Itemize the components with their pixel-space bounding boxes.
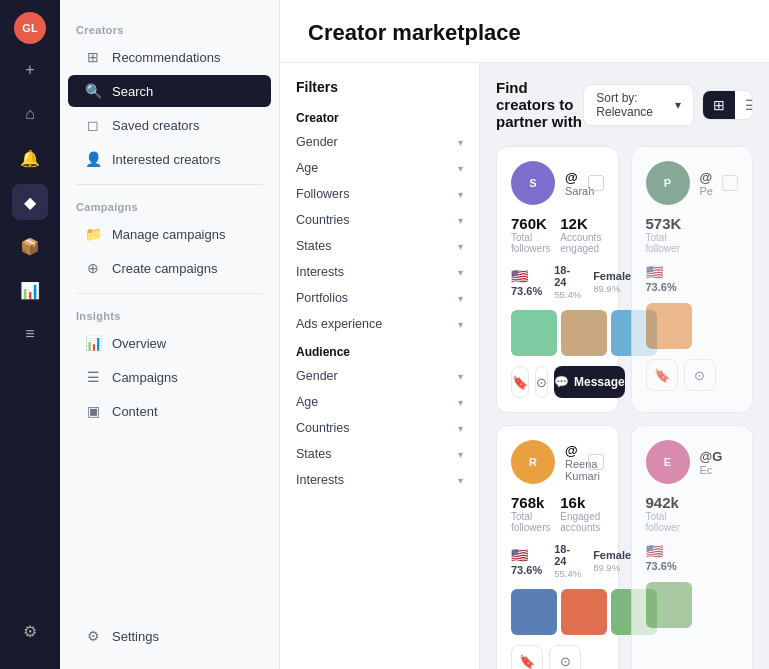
gender: Female: [593, 270, 631, 282]
message-icon: 💬: [554, 375, 569, 389]
avatar: P: [646, 161, 690, 205]
filter-interests-creator[interactable]: Interests▾: [280, 259, 479, 285]
age-range: 18-24: [554, 264, 581, 288]
bookmark-button[interactable]: 🔖: [511, 645, 543, 669]
card-image-2: [561, 589, 607, 635]
sidebar-item-saved-creators[interactable]: ◻ Saved creators: [68, 109, 271, 141]
avatar: R: [511, 440, 555, 484]
sidebar-section-campaigns: Campaigns: [60, 193, 279, 217]
total-followers-value: 768k: [511, 494, 554, 511]
sort-label: Sort by: Relevance: [596, 91, 669, 119]
card-images: [511, 310, 604, 356]
creator-name: Reena Kumari: [565, 458, 578, 482]
accounts-engaged-label: Engaged accounts: [560, 511, 603, 533]
select-checkbox[interactable]: [588, 454, 604, 470]
filter-ads-experience[interactable]: Ads experience▾: [280, 311, 479, 337]
nav-icon-chart[interactable]: 📊: [12, 272, 48, 308]
sidebar-item-campaigns-insight[interactable]: ☰ Campaigns: [68, 361, 271, 393]
nav-icon-package[interactable]: 📦: [12, 228, 48, 264]
card-stats: 768k Total followers 16k Engaged account…: [511, 494, 604, 533]
card-stats: 760K Total followers 12K Accounts engage…: [511, 215, 604, 254]
user-avatar[interactable]: GL: [14, 12, 46, 44]
sidebar-item-interested-creators[interactable]: 👤 Interested creators: [68, 143, 271, 175]
filter-gender-creator[interactable]: Gender▾: [280, 129, 479, 155]
gender-pct: 89.9%: [593, 283, 631, 294]
nav-icon-add[interactable]: +: [12, 52, 48, 88]
sidebar-item-create-campaigns[interactable]: ⊕ Create campaigns: [68, 252, 271, 284]
sidebar-item-settings[interactable]: ⚙ Settings: [68, 620, 271, 652]
sidebar-item-recommendations[interactable]: ⊞ Recommendations: [68, 41, 271, 73]
filter-countries-creator[interactable]: Countries▾: [280, 207, 479, 233]
sidebar-divider-1: [76, 184, 263, 185]
card-demographics: 🇺🇸 73.6% 18-24 55.4% Female 89.9%: [511, 543, 604, 579]
total-followers-label: Total followers: [511, 232, 554, 254]
sidebar-divider-2: [76, 293, 263, 294]
card-image-1: [511, 589, 557, 635]
filter-age-creator[interactable]: Age▾: [280, 155, 479, 181]
main-area: Creator marketplace Filters Creator Gend…: [280, 0, 769, 669]
flag-pct: 73.6%: [511, 285, 542, 297]
filter-states-creator[interactable]: States▾: [280, 233, 479, 259]
card-stats: 942k Total follower: [646, 494, 739, 533]
creator-name: Sarah: [565, 185, 578, 197]
select-checkbox[interactable]: [722, 175, 738, 191]
nav-icon-home[interactable]: ⌂: [12, 96, 48, 132]
sidebar-item-manage-campaigns[interactable]: 📁 Manage campaigns: [68, 218, 271, 250]
audience-filter-section: Audience: [280, 337, 479, 363]
filter-gender-audience[interactable]: Gender▾: [280, 363, 479, 389]
bookmark-button[interactable]: 🔖: [646, 359, 678, 391]
list-view-button[interactable]: ☰: [735, 91, 753, 119]
chevron-icon: ▾: [458, 371, 463, 382]
chevron-icon: ▾: [458, 397, 463, 408]
chevron-down-icon: ▾: [675, 98, 681, 112]
share-button[interactable]: ⊙: [535, 366, 548, 398]
icon-bar: GL + ⌂ 🔔 ◆ 📦 📊 ≡ ⚙: [0, 0, 60, 669]
filter-states-audience[interactable]: States▾: [280, 441, 479, 467]
sort-dropdown[interactable]: Sort by: Relevance ▾: [583, 84, 694, 126]
grid-view-button[interactable]: ⊞: [703, 91, 735, 119]
filter-countries-audience[interactable]: Countries▾: [280, 415, 479, 441]
card-actions: 🔖 ⊙ 💬 Message: [511, 366, 604, 398]
creator-card-sarah: S @Sarah Sarah 760K Total followers: [496, 146, 619, 413]
sidebar-section-insights: Insights: [60, 302, 279, 326]
chevron-icon: ▾: [458, 423, 463, 434]
header-controls: Sort by: Relevance ▾ ⊞ ☰: [583, 84, 753, 126]
flag-icon: 🇺🇸: [511, 268, 542, 284]
list-icon: ☰: [84, 369, 102, 385]
chevron-icon: ▾: [458, 319, 463, 330]
creator-name: Ec: [700, 464, 739, 476]
bookmark-button[interactable]: 🔖: [511, 366, 529, 398]
card-header: R @ReenaK Reena Kumari: [511, 440, 604, 484]
share-button[interactable]: ⊙: [684, 359, 716, 391]
filter-interests-audience[interactable]: Interests▾: [280, 467, 479, 493]
creator-card-partial-2: E @G Ec 942k Total follower: [631, 425, 754, 669]
chevron-icon: ▾: [458, 293, 463, 304]
select-checkbox[interactable]: [588, 175, 604, 191]
sidebar-item-overview[interactable]: 📊 Overview: [68, 327, 271, 359]
nav-icon-menu[interactable]: ≡: [12, 316, 48, 352]
filter-age-audience[interactable]: Age▾: [280, 389, 479, 415]
filter-portfolios[interactable]: Portfolios▾: [280, 285, 479, 311]
share-button[interactable]: ⊙: [549, 645, 581, 669]
nav-icon-diamond[interactable]: ◆: [12, 184, 48, 220]
creator-card-partial-1: P @G Pe 573K Total follower: [631, 146, 754, 413]
creator-handle: @G: [700, 449, 739, 464]
nav-icon-bell[interactable]: 🔔: [12, 140, 48, 176]
card-images: [511, 589, 604, 635]
chevron-icon: ▾: [458, 189, 463, 200]
creators-grid: S @Sarah Sarah 760K Total followers: [496, 146, 753, 669]
age-range: 18-24: [554, 543, 581, 567]
card-image-1: [646, 303, 692, 349]
creator-filter-section: Creator: [280, 103, 479, 129]
card-images: [646, 582, 739, 628]
filter-followers[interactable]: Followers▾: [280, 181, 479, 207]
person-icon: 👤: [84, 151, 102, 167]
sidebar-item-search[interactable]: 🔍 Search: [68, 75, 271, 107]
flag-icon: 🇺🇸: [511, 547, 542, 563]
creator-handle: @Sarah: [565, 170, 578, 185]
bar-chart-icon: 📊: [84, 335, 102, 351]
card-image-1: [646, 582, 692, 628]
nav-icon-settings[interactable]: ⚙: [12, 613, 48, 649]
sidebar-item-content[interactable]: ▣ Content: [68, 395, 271, 427]
message-button[interactable]: 💬 Message: [554, 366, 625, 398]
